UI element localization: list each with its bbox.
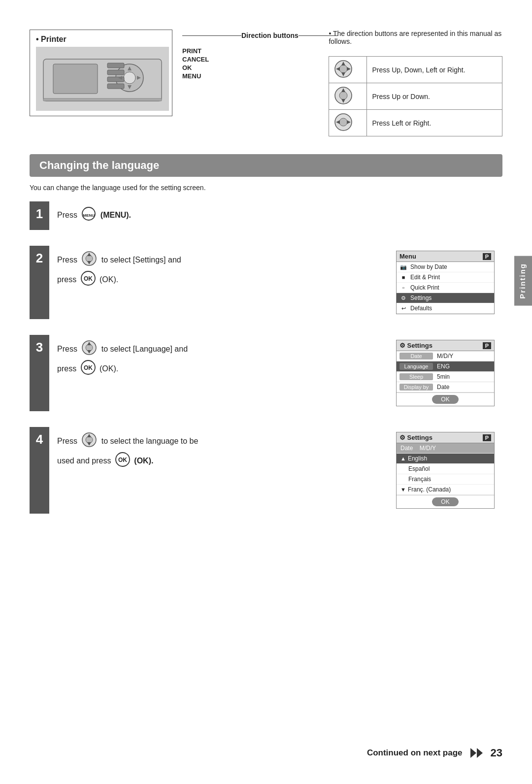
next-arrow-icon [470,748,483,758]
direction-desc: • The direction buttons are represented … [329,30,502,136]
lang-date-text: Date M/D/Y [400,445,436,452]
lang-ok-btn: OK [432,497,458,506]
menu-icon-2: ▫ [399,285,407,291]
step-2-post: (OK). [100,276,118,284]
step-1-menu-text: (MENU). [100,211,131,219]
lang-row-0: ▲ English [397,454,494,464]
lang-date-row: Date M/D/Y [397,443,494,454]
menu-button-icon: MENU [81,206,96,225]
direction-note: • The direction buttons are represented … [329,30,502,45]
svg-point-20 [339,92,347,99]
step-3-body: Press to select [Language] andpress [49,335,502,411]
section-intro: You can change the language used for the… [30,184,502,192]
arrow-1 [470,748,476,758]
print-label: PRINT [182,47,209,55]
menu-row-0: 📷 Show by Date [397,262,494,272]
menu-btn-label: MENU [83,212,95,219]
nav-updown-svg-4 [81,432,97,448]
side-tab: Printing [514,256,532,306]
page-number: 23 [491,747,502,759]
settings-field-0: Date M/D/Y [397,351,494,361]
svg-rect-5 [107,70,124,75]
svg-point-3 [124,72,135,84]
field-label-sleep-3: Sleep [399,373,433,380]
lang-arrow-3: ▼ [400,487,406,492]
step-1-number: 1 [30,201,49,230]
svg-point-41 [86,436,93,443]
svg-rect-1 [53,64,98,94]
cancel-label: CANCEL [182,56,209,63]
dir-desc-all: Press Up, Down, Left or Right. [367,57,502,83]
dir-desc-updown: Press Up or Down. [367,83,502,110]
nav-updown-icon-3 [81,340,97,359]
step-2-instruction: Press to select [Settings] andpress [57,251,386,290]
svg-point-24 [339,118,347,126]
field-val-sleep-3: 5min [437,373,450,380]
lang-screen-header-4: ⚙ Settings P [397,432,494,443]
step-4-press: Press [57,437,77,446]
lang-row-2: Français [397,474,494,485]
nav-updown-svg-3 [81,340,97,356]
field-val-lang-3: ENG [437,363,450,370]
settings-title-3: ⚙ Settings [399,342,432,349]
menu-screen-badge: P [483,253,491,260]
step-4-post: (OK). [134,457,153,465]
dir-icon-updown [329,83,367,110]
menu-row-4: ↩ Defaults [397,303,494,314]
menu-screen-header: Menu P [397,251,494,262]
step-4-number: 4 [30,427,49,514]
button-labels-area: Direction buttons PRINT CANCEL OK MENU [182,30,319,80]
step-1-press: Press [57,211,77,219]
steps-area: 1 Press MENU (MENU). 2 [30,201,502,514]
step-2-press: Press [57,256,77,264]
svg-point-14 [339,65,347,73]
settings-field-3: Display by Date [397,382,494,392]
direction-buttons-label: Direction buttons [241,32,299,39]
settings-ok-btn-3: OK [432,395,458,404]
menu-row-3: ⚙ Settings [397,293,494,303]
step-4-body: Press to select the language to beused a… [49,427,502,514]
nav-updown-icon-2 [81,251,97,270]
step-2-body: Press to select [Settings] andpress [49,246,502,319]
menu-screen-title: Menu [399,253,416,260]
step-2: 2 Press to select [Settings] andpress [30,246,502,319]
menu-icon-0: 📷 [399,264,407,270]
lang-title-4: ⚙ Settings [399,434,432,441]
settings-field-1: Language ENG [397,361,494,372]
lang-row-3: ▼ Franç. (Canada) [397,485,494,495]
step-3-post: (OK). [100,365,118,373]
field-label-lang-3: Language [399,363,433,370]
step-4-instruction: Press to select the language to beused a… [57,432,386,471]
field-label-date-3: Date [399,353,433,359]
step-3: 3 Press to select [Language] andpress [30,335,502,411]
field-val-display-3: Date [437,384,449,391]
svg-rect-7 [107,84,124,89]
dir-desc-leftright: Press Left or Right. [367,110,502,136]
step-4: 4 Press to select the language to beu [30,427,502,514]
settings-ok-row-3: OK [397,392,494,406]
step-2-number: 2 [30,246,49,319]
connector-line-h [182,35,241,36]
dir-icon-leftright [329,110,367,136]
svg-point-35 [86,344,93,351]
top-section: • Printer [30,30,502,136]
updown-icon [334,86,353,105]
step-2-screen: Menu P 📷 Show by Date ■ Edit & Print ▫ Q… [396,251,495,314]
four-way-icon [334,60,353,78]
direction-buttons-label-row: Direction buttons [182,32,338,39]
menu-row-2: ▫ Quick Print [397,283,494,293]
ok-btn-icon-3: OK [80,359,96,379]
svg-rect-12 [43,98,162,101]
step-4-screen: ⚙ Settings P Date M/D/Y ▲ English Españo… [396,432,495,509]
menu-label-top: MENU [182,72,209,80]
settings-badge-3: P [483,342,491,349]
menu-row-1: ■ Edit & Print [397,272,494,283]
menu-icon-1: ■ [399,274,407,280]
lang-arrow-0: ▲ [400,456,406,461]
lang-ok-row: OK [397,495,494,508]
step-1-body: Press MENU (MENU). [49,201,502,230]
dir-icon-all [329,57,367,83]
ok-btn-icon-2: OK [80,270,96,290]
nav-updown-icon-4 [81,432,97,452]
lang-badge-4: P [483,434,491,441]
